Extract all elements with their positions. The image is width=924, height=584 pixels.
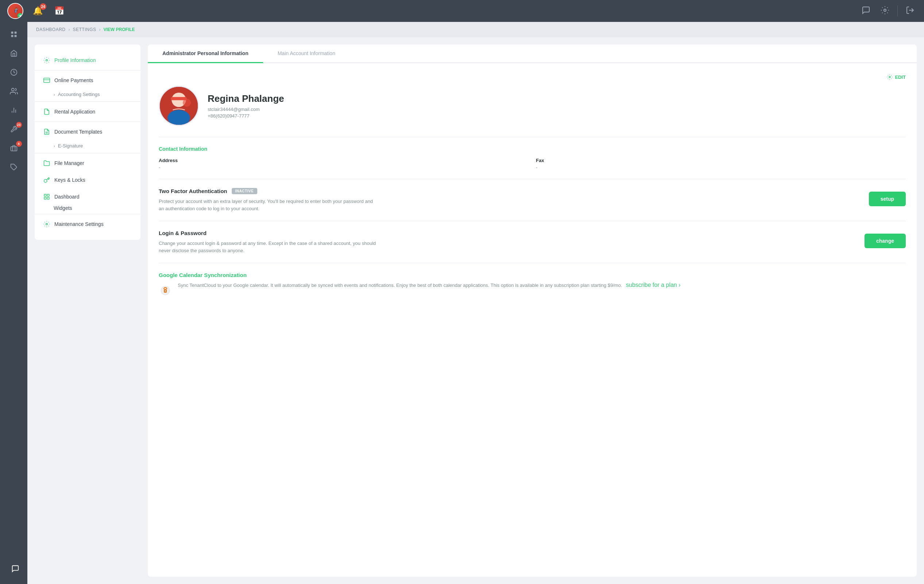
sidebar-item-grid[interactable]: [4, 26, 23, 43]
tabs: Administrator Personal Information Main …: [148, 45, 917, 63]
svg-point-27: [183, 99, 191, 107]
chevron-icon: ›: [54, 92, 55, 97]
svg-point-21: [46, 223, 48, 225]
breadcrumb-dashboard[interactable]: Dashboard: [36, 27, 66, 32]
profile-phone: +86(620)0947-7777: [208, 113, 284, 119]
logout-button[interactable]: [904, 4, 917, 19]
svg-rect-4: [14, 35, 16, 37]
breadcrumb-sep-1: ›: [69, 27, 70, 32]
sidebar-item-people[interactable]: [4, 82, 23, 100]
panel-rental-label: Rental Application: [54, 109, 95, 115]
file-manager-icon: [43, 160, 50, 167]
right-panel: Administrator Personal Information Main …: [148, 45, 917, 577]
logout-icon: [906, 6, 914, 15]
rental-icon: [43, 109, 50, 115]
notification-button[interactable]: 🔔 24: [31, 4, 45, 18]
topbar-divider: [898, 5, 898, 16]
sidebar-item-home[interactable]: [4, 45, 23, 62]
tab-personal[interactable]: Administrator Personal Information: [148, 45, 263, 63]
google-cal-section: Google Calendar Synchronization Sync T: [148, 263, 917, 307]
svg-rect-1: [11, 32, 13, 34]
svg-rect-13: [44, 78, 50, 82]
cal-text: Sync TenantCloud to your Google calendar…: [178, 282, 681, 289]
breadcrumb-sep-2: ›: [99, 27, 101, 32]
sidebar: 23 6: [0, 22, 27, 584]
svg-point-0: [884, 9, 886, 11]
login-row: Login & Password Change your account log…: [159, 230, 906, 254]
tenants-badge: 6: [16, 141, 22, 147]
panel-item-keys[interactable]: Keys & Locks: [35, 172, 140, 188]
topbar-right: [860, 4, 917, 19]
settings-button[interactable]: [878, 4, 891, 19]
login-title: Login & Password: [159, 230, 378, 236]
divider-2: [35, 101, 140, 102]
tab-account[interactable]: Main Account Information: [263, 45, 350, 63]
cal-row: Sync TenantCloud to your Google calendar…: [159, 282, 906, 298]
panel-item-dashboard-widgets[interactable]: Dashboard: [35, 188, 140, 205]
svg-rect-19: [44, 198, 46, 199]
sidebar-item-analytics[interactable]: [4, 101, 23, 119]
svg-rect-18: [48, 194, 49, 196]
esig-label: E-Signature: [58, 143, 83, 148]
calendar-button[interactable]: 📅: [52, 4, 66, 18]
svg-point-6: [11, 88, 14, 91]
change-button[interactable]: change: [865, 234, 906, 248]
breadcrumb-settings[interactable]: Settings: [73, 27, 96, 32]
edit-button[interactable]: EDIT: [887, 74, 906, 80]
cal-clock-icon: [159, 282, 172, 298]
app-body: 23 6 Dashboard › Settings › View Profile: [0, 22, 924, 584]
profile-icon: [43, 57, 50, 64]
topbar: 🦸‍♀️ ★ 🔔 24 📅: [0, 0, 924, 22]
contact-title: Contact Information: [159, 146, 906, 152]
panel-item-rental[interactable]: Rental Application: [35, 103, 140, 120]
profile-avatar: [159, 86, 199, 126]
edit-icon: [887, 74, 893, 80]
edit-btn-row: EDIT: [159, 74, 906, 80]
star-badge: ★: [18, 13, 23, 18]
auth-header: Two Factor Authentication INACTIVE: [159, 188, 378, 194]
profile-section: EDIT: [148, 63, 917, 137]
panel-item-online-payments[interactable]: Online Payments: [35, 72, 140, 89]
login-section: Login & Password Change your account log…: [148, 221, 917, 263]
address-col: Address -: [159, 158, 529, 170]
panel-item-doc-templates[interactable]: Document Templates: [35, 124, 140, 140]
accounting-settings-label: Accounting Settings: [58, 92, 100, 97]
svg-rect-30: [165, 290, 166, 292]
panel-profile-label: Profile Information: [54, 57, 96, 63]
sidebar-item-tenants[interactable]: 6: [4, 139, 23, 157]
doc-templates-icon: [43, 129, 50, 135]
panel-item-profile[interactable]: Profile Information: [35, 52, 140, 69]
panel-item-file-manager[interactable]: File Manager: [35, 155, 140, 172]
sidebar-item-payments[interactable]: [4, 64, 23, 81]
panel-item-maintenance[interactable]: Maintenance Settings: [35, 216, 140, 233]
payments-icon: [10, 69, 18, 76]
svg-rect-17: [44, 194, 46, 196]
calendar-icon: 📅: [54, 6, 64, 15]
home-icon: [10, 49, 18, 57]
avatar[interactable]: 🦸‍♀️ ★: [7, 3, 23, 19]
notification-badge: 24: [40, 3, 46, 10]
svg-rect-20: [48, 198, 49, 199]
subscribe-link[interactable]: subscribe for a plan ›: [626, 282, 680, 288]
panel-doc-label: Document Templates: [54, 129, 102, 135]
breadcrumb: Dashboard › Settings › View Profile: [27, 22, 924, 37]
sidebar-item-maintenance[interactable]: 23: [4, 120, 23, 138]
panel-sub-esig[interactable]: › E-Signature: [35, 140, 140, 152]
support-button[interactable]: [7, 561, 23, 577]
divider-3: [35, 122, 140, 122]
setup-button[interactable]: setup: [869, 191, 906, 206]
maintenance-badge: 23: [16, 122, 22, 128]
keys-icon: [43, 177, 50, 183]
sidebar-item-lease[interactable]: [4, 158, 23, 176]
svg-point-22: [889, 76, 891, 78]
chat-button[interactable]: [860, 4, 873, 19]
cal-title: Google Calendar Synchronization: [159, 272, 906, 278]
content-area: Profile Information Online Payments › Ac…: [27, 37, 924, 584]
chevron-icon-2: ›: [54, 144, 55, 148]
divider-5: [35, 214, 140, 214]
maintenance-icon: [43, 221, 50, 228]
auth-row: Two Factor Authentication INACTIVE Prote…: [159, 188, 906, 212]
edit-label: EDIT: [895, 74, 906, 80]
panel-sub-accounting[interactable]: › Accounting Settings: [35, 89, 140, 100]
svg-rect-10: [11, 147, 17, 151]
